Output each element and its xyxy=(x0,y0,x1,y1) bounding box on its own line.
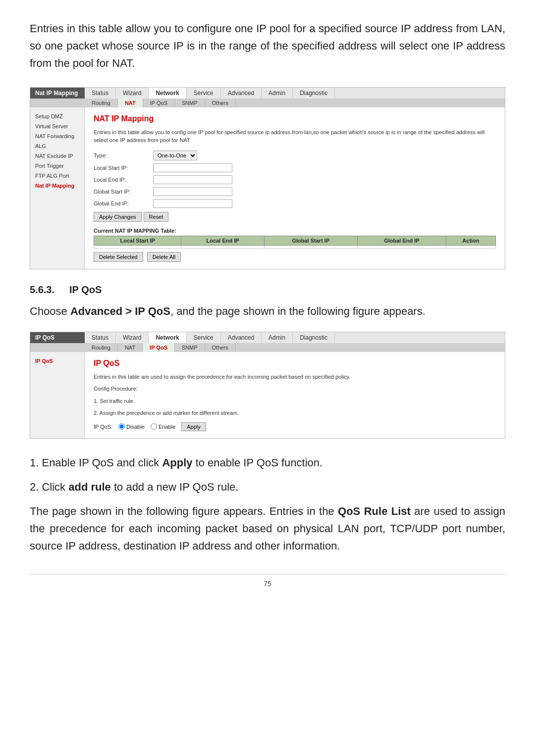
qos-content-area: IP QoS Entries in this table are used to… xyxy=(85,352,505,438)
sidebar-item-nat-exclude-ip[interactable]: NAT Exclude IP xyxy=(30,151,84,161)
nav-tab-admin[interactable]: Admin xyxy=(262,88,293,99)
qos-nav-bar: IP QoS Status Wizard Network Service Adv… xyxy=(30,332,505,343)
sub-tab-snmp[interactable]: SNMP xyxy=(175,99,205,107)
local-start-input[interactable] xyxy=(153,163,232,172)
nat-content-title: NAT IP Mapping xyxy=(94,114,496,123)
qos-sub-tab-snmp[interactable]: SNMP xyxy=(175,343,205,352)
type-label: Type: xyxy=(94,152,153,158)
qos-nav-tabs: Status Wizard Network Service Advanced A… xyxy=(85,332,335,343)
nat-content-desc: Entries in this table allow you to confi… xyxy=(94,128,496,145)
sidebar-item-setup-dmz[interactable]: Setup DMZ xyxy=(30,111,84,121)
qos-panel-body: IP QoS IP QoS Entries in this table are … xyxy=(30,352,505,438)
qos-desc1: Entries in this table are used to assign… xyxy=(94,373,496,381)
qos-control-row: IP QoS: Disable Enable Apply xyxy=(94,422,496,431)
nav-tab-network[interactable]: Network xyxy=(149,88,186,99)
nat-mapping-table: Local Start IP Local End IP Global Start… xyxy=(94,236,496,249)
sidebar-item-nat-forwarding[interactable]: NAT Forwarding xyxy=(30,131,84,141)
form-row-buttons: Apply Changes Reset xyxy=(94,212,496,222)
qos-nav-tab-status[interactable]: Status xyxy=(85,332,116,343)
sidebar-item-ftp-alg-port[interactable]: FTP ALG Port xyxy=(30,171,84,181)
qos-disable-radio[interactable] xyxy=(118,423,125,430)
body-text-1: 1. Enable IP QoS and click Apply to enab… xyxy=(30,454,505,472)
sidebar-item-alg[interactable]: ALG xyxy=(30,141,84,151)
qos-sub-nav-spacer xyxy=(30,346,85,349)
qos-enable-radio-label[interactable]: Enable xyxy=(151,423,175,430)
qos-disable-radio-label[interactable]: Disable xyxy=(118,423,145,430)
form-row-local-start: Local Start IP: xyxy=(94,163,496,172)
nat-sidebar: Setup DMZ Virtual Server NAT Forwarding … xyxy=(30,107,85,269)
qos-panel: IP QoS Status Wizard Network Service Adv… xyxy=(30,332,505,439)
nat-panel-body: Setup DMZ Virtual Server NAT Forwarding … xyxy=(30,107,505,269)
qos-nav-tab-admin[interactable]: Admin xyxy=(262,332,293,343)
local-end-label: Local End IP: xyxy=(94,177,153,183)
intro-text: Entries in this table allow you to confi… xyxy=(30,20,505,72)
section-title: IP QoS xyxy=(69,284,102,296)
qos-sub-tab-nat[interactable]: NAT xyxy=(118,343,143,352)
form-row-global-start: Global Start IP: xyxy=(94,187,496,196)
reset-button[interactable]: Reset xyxy=(144,212,169,222)
qos-label: IP QoS: xyxy=(94,424,112,430)
table-row xyxy=(94,245,496,249)
section-563-intro: Choose Advanced > IP QoS, and the page s… xyxy=(30,302,505,320)
local-end-input[interactable] xyxy=(153,175,232,184)
apply-changes-button[interactable]: Apply Changes xyxy=(94,212,142,222)
global-start-input[interactable] xyxy=(153,187,232,196)
sub-tab-routing[interactable]: Routing xyxy=(85,99,118,107)
nat-nav-tabs: Status Wizard Network Service Advanced A… xyxy=(85,88,335,99)
col-global-end: Global End IP xyxy=(357,236,446,245)
body-text-2: 2. Click add rule to add a new IP QoS ru… xyxy=(30,478,505,496)
qos-nav-tab-service[interactable]: Service xyxy=(187,332,221,343)
global-start-label: Global Start IP: xyxy=(94,189,153,195)
global-end-label: Global End IP: xyxy=(94,201,153,206)
sub-tab-ipqos[interactable]: IP QoS xyxy=(143,99,175,107)
qos-sub-nav-bar: Routing NAT IP QoS SNMP Others xyxy=(30,343,505,352)
delete-selected-button[interactable]: Delete Selected xyxy=(94,252,143,262)
form-row-type: Type: One-to-One xyxy=(94,151,496,160)
form-row-global-end: Global End IP: xyxy=(94,199,496,208)
qos-nav-tab-network[interactable]: Network xyxy=(149,332,186,343)
nat-table-section: Current NAT IP MAPPING Table: Local Star… xyxy=(94,228,496,262)
qos-step1: 1. Set traffic rule. xyxy=(94,397,496,405)
qos-sidebar: IP QoS xyxy=(30,352,85,438)
delete-all-button[interactable]: Delete All xyxy=(147,252,181,262)
qos-panel-label: IP QoS xyxy=(30,332,85,343)
nav-tab-diagnostic[interactable]: Diagnostic xyxy=(293,88,335,99)
qos-config-label: Config Procedure: xyxy=(94,385,496,393)
qos-step2: 2. Assign the precedence or add marker f… xyxy=(94,409,496,417)
col-local-start: Local Start IP xyxy=(94,236,181,245)
local-start-label: Local Start IP: xyxy=(94,165,153,171)
qos-sub-tab-ipqos[interactable]: IP QoS xyxy=(143,343,175,352)
qos-sub-tab-routing[interactable]: Routing xyxy=(85,343,118,352)
sub-tab-others[interactable]: Others xyxy=(205,99,236,107)
nav-tab-status[interactable]: Status xyxy=(85,88,116,99)
sub-tab-nat[interactable]: NAT xyxy=(118,99,143,107)
nat-nav-bar: Nat IP Mapping Status Wizard Network Ser… xyxy=(30,88,505,99)
page-number: 75 xyxy=(30,574,505,588)
qos-enable-radio[interactable] xyxy=(151,423,157,430)
qos-apply-button[interactable]: Apply xyxy=(181,422,206,431)
col-global-start: Global Start IP xyxy=(264,236,357,245)
nat-content-area: NAT IP Mapping Entries in this table all… xyxy=(85,107,505,269)
qos-enable-text: Enable xyxy=(159,424,175,430)
nat-table-label: Current NAT IP MAPPING Table: xyxy=(94,228,496,234)
nav-tab-advanced[interactable]: Advanced xyxy=(221,88,262,99)
global-end-input[interactable] xyxy=(153,199,232,208)
nav-tab-wizard[interactable]: Wizard xyxy=(116,88,149,99)
qos-nav-tab-advanced[interactable]: Advanced xyxy=(221,332,262,343)
sidebar-item-port-trigger[interactable]: Port Trigger xyxy=(30,161,84,171)
qos-nav-tab-diagnostic[interactable]: Diagnostic xyxy=(293,332,335,343)
qos-content-title: IP QoS xyxy=(94,359,496,368)
type-select[interactable]: One-to-One xyxy=(153,151,197,160)
sidebar-item-virtual-server[interactable]: Virtual Server xyxy=(30,121,84,131)
qos-sidebar-item-ipqos[interactable]: IP QoS xyxy=(30,356,84,366)
nat-panel-label: Nat IP Mapping xyxy=(30,88,85,99)
nat-sub-nav-spacer xyxy=(30,101,85,104)
section-number: 5.6.3. xyxy=(30,284,54,296)
col-local-end: Local End IP xyxy=(181,236,264,245)
qos-disable-text: Disable xyxy=(126,424,145,430)
nav-tab-service[interactable]: Service xyxy=(187,88,221,99)
qos-sub-tab-others[interactable]: Others xyxy=(205,343,236,352)
sidebar-item-nat-ip-mapping[interactable]: Nat IP Mapping xyxy=(30,181,84,191)
qos-nav-tab-wizard[interactable]: Wizard xyxy=(116,332,149,343)
section-563-heading: 5.6.3. IP QoS xyxy=(30,284,505,296)
